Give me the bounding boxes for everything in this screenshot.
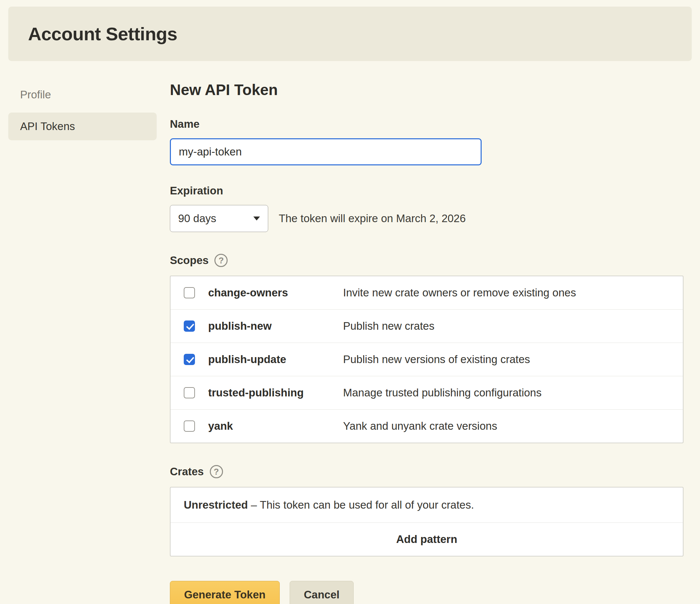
account-settings-page: Account Settings Profile API Tokens New … [0,0,700,604]
crates-box: Unrestricted – This token can be used fo… [170,487,683,556]
scope-row-publish-update: publish-update Publish new versions of e… [171,343,683,376]
scope-label: change-owners [208,287,332,299]
crates-label: Crates [170,465,204,478]
expiration-note: The token will expire on March 2, 2026 [279,212,466,225]
chevron-down-icon [253,217,260,220]
scopes-label: Scopes [170,254,208,267]
generate-token-button[interactable]: Generate Token [170,581,280,604]
form-actions: Generate Token Cancel [170,581,683,604]
name-label: Name [170,118,683,130]
scope-checkbox-trusted-publishing[interactable] [184,387,195,398]
scope-label: yank [208,420,332,432]
scope-label: publish-update [208,353,332,366]
scope-checkbox-publish-new[interactable] [184,320,195,332]
content-area: Profile API Tokens New API Token Name Ex… [8,81,692,604]
expiration-selected-value: 90 days [178,212,217,225]
scopes-table: change-owners Invite new crate owners or… [170,275,683,443]
sidebar-item-label: API Tokens [20,120,75,132]
unrestricted-label: Unrestricted [184,499,248,511]
scope-row-trusted-publishing: trusted-publishing Manage trusted publis… [171,376,683,409]
scope-checkbox-publish-update[interactable] [184,354,195,365]
scope-label: publish-new [208,320,332,332]
crates-unrestricted-row: Unrestricted – This token can be used fo… [171,487,683,523]
form-title: New API Token [170,81,683,99]
sidebar-item-api-tokens[interactable]: API Tokens [8,113,157,140]
add-pattern-button[interactable]: Add pattern [171,523,683,556]
unrestricted-text: – This token can be used for all of your… [248,499,474,511]
scope-checkbox-yank[interactable] [184,420,195,432]
scope-checkbox-change-owners[interactable] [184,287,195,298]
crates-header: Crates ? [170,465,683,478]
new-api-token-form: New API Token Name Expiration 90 days Th… [170,81,692,604]
scope-row-change-owners: change-owners Invite new crate owners or… [171,276,683,309]
scope-row-publish-new: publish-new Publish new crates [171,309,683,343]
token-name-input[interactable] [170,138,482,165]
cancel-button[interactable]: Cancel [290,581,354,604]
scope-description: Publish new versions of existing crates [343,353,670,366]
help-icon[interactable]: ? [210,465,223,478]
scope-row-yank: yank Yank and unyank crate versions [171,409,683,442]
settings-sidebar: Profile API Tokens [8,81,157,140]
scope-description: Manage trusted publishing configurations [343,386,670,399]
scope-label: trusted-publishing [208,386,332,399]
scope-description: Yank and unyank crate versions [343,420,670,432]
scopes-header: Scopes ? [170,254,683,267]
expiration-label: Expiration [170,185,683,197]
help-icon[interactable]: ? [215,254,228,267]
sidebar-item-profile[interactable]: Profile [8,81,157,108]
page-header: Account Settings [8,7,692,61]
expiration-row: 90 days The token will expire on March 2… [170,205,683,232]
scope-description: Invite new crate owners or remove existi… [343,287,670,299]
scope-description: Publish new crates [343,320,670,332]
sidebar-item-label: Profile [20,89,51,101]
expiration-select[interactable]: 90 days [170,205,268,232]
page-title: Account Settings [28,23,672,45]
